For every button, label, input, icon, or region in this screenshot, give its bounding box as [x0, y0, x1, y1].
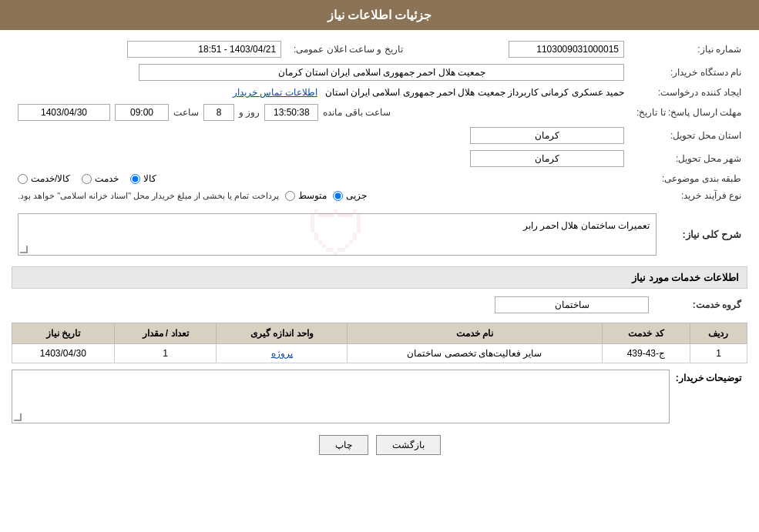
need-desc-table: شرح کلی نیاز: 🛡 تعمیرات ساختمان هلال احم…	[12, 210, 747, 259]
category-khadamat-label: خدمت	[95, 173, 119, 184]
need-desc-label: شرح کلی نیاز:	[663, 210, 747, 259]
date-input: 1403/04/21 - 18:51	[127, 41, 281, 58]
category-khadamat-item: خدمت	[82, 173, 119, 184]
category-kala-item: کالا	[130, 173, 156, 184]
process-row: پرداخت تمام یا بخشی از مبلغ خریدار محل "…	[18, 190, 624, 201]
category-kala-khadamat-item: کالا/خدمت	[18, 173, 70, 184]
cell-row_num: 1	[690, 344, 747, 363]
creator-contact-link[interactable]: اطلاعات تماس خریدار	[233, 87, 317, 98]
deadline-value: ساعت باقی مانده 13:50:38 روز و 8 ساعت 09…	[12, 101, 630, 124]
info-row-3: ایجاد کننده درخواست: حمید عسکری کرمانی ک…	[12, 84, 747, 101]
cell-date: 1403/04/30	[12, 344, 115, 363]
info-table: شماره نیاز: 1103009031000015 تاریخ و ساع…	[12, 38, 747, 204]
remaining-label: ساعت باقی مانده	[323, 107, 391, 118]
table-row: 1ج-43-439سایر فعالیت‌های تخصصی ساختمانپر…	[12, 344, 747, 363]
buyer-desc-label: توضیحات خریدار:	[670, 370, 747, 386]
buyer-desc-container: توضیحات خریدار:	[12, 370, 747, 423]
col-unit: واحد اندازه گیری	[217, 323, 348, 344]
info-row-2: نام دستگاه خریدار: جمعیت هلال احمر جمهور…	[12, 61, 747, 84]
category-kala-radio[interactable]	[130, 174, 140, 184]
cell-unit[interactable]: پروژه	[217, 344, 348, 363]
services-section-title: اطلاعات خدمات مورد نیاز	[12, 266, 747, 289]
province-value: کرمان	[12, 124, 630, 147]
need-number-value: 1103009031000015	[418, 38, 630, 61]
page-header: جزئیات اطلاعات نیاز	[0, 0, 759, 30]
info-row-6: شهر محل تحویل: کرمان	[12, 147, 747, 170]
resize-handle[interactable]	[20, 246, 28, 253]
services-table-header-row: ردیف کد خدمت نام خدمت واحد اندازه گیری ت…	[12, 323, 747, 344]
info-row-1: شماره نیاز: 1103009031000015 تاریخ و ساع…	[12, 38, 747, 61]
date-deadline-input: 1403/04/30	[18, 104, 110, 121]
creator-name: حمید عسکری کرمانی کاربرداز جمعیت هلال اح…	[325, 87, 624, 98]
category-khadamat-radio[interactable]	[82, 174, 92, 184]
process-motavaset-radio[interactable]	[285, 191, 295, 201]
services-table-body: 1ج-43-439سایر فعالیت‌های تخصصی ساختمانپر…	[12, 344, 747, 363]
cell-service_code: ج-43-439	[602, 344, 690, 363]
category-kala-khadamat-radio[interactable]	[18, 174, 28, 184]
need-desc-box: 🛡 تعمیرات ساختمان هلال احمر رابر	[18, 213, 657, 256]
info-row-8: نوع فرآیند خرید: پرداخت تمام یا بخشی از …	[12, 187, 747, 204]
category-value: کالا/خدمت خدمت کالا	[12, 170, 630, 187]
process-jazii-item: جزیی	[333, 190, 367, 201]
creator-label: ایجاد کننده درخواست:	[630, 84, 747, 101]
need-desc-text: تعمیرات ساختمان هلال احمر رابر	[523, 220, 650, 231]
remaining-time-input: 13:50:38	[264, 104, 318, 121]
info-row-5: استان محل تحویل: کرمان	[12, 124, 747, 147]
service-group-label: گروه خدمت:	[655, 293, 747, 316]
process-motavaset-label: متوسط	[298, 190, 327, 201]
cell-quantity: 1	[114, 344, 217, 363]
buyer-name-input: جمعیت هلال احمر جمهوری اسلامی ایران استا…	[139, 64, 624, 81]
category-kala-label: کالا	[143, 173, 156, 184]
service-group-table: گروه خدمت: ساختمان	[12, 293, 747, 316]
col-row-num: ردیف	[690, 323, 747, 344]
process-value: پرداخت تمام یا بخشی از مبلغ خریدار محل "…	[12, 187, 630, 204]
back-button[interactable]: بازگشت	[376, 435, 441, 455]
time-input: 09:00	[115, 104, 169, 121]
page-title: جزئیات اطلاعات نیاز	[327, 8, 432, 22]
process-jazii-label: جزیی	[346, 190, 367, 201]
buyer-desc-resize-handle[interactable]	[14, 413, 22, 421]
buyer-desc-content	[12, 370, 670, 423]
col-quantity: تعداد / مقدار	[114, 323, 217, 344]
cell-service_name: سایر فعالیت‌های تخصصی ساختمان	[348, 344, 603, 363]
buyer-name-value: جمعیت هلال احمر جمهوری اسلامی ایران استا…	[12, 61, 630, 84]
buyer-desc-box	[12, 370, 670, 423]
city-label: شهر محل تحویل:	[630, 147, 747, 170]
category-label: طبقه بندی موضوعی:	[630, 170, 747, 187]
category-kala-khadamat-label: کالا/خدمت	[31, 173, 70, 184]
page-wrapper: جزئیات اطلاعات نیاز شماره نیاز: 11030090…	[0, 0, 759, 532]
info-row-7: طبقه بندی موضوعی: کالا/خدمت خدمت کالا	[12, 170, 747, 187]
need-desc-row: شرح کلی نیاز: 🛡 تعمیرات ساختمان هلال احم…	[12, 210, 747, 259]
process-jazii-radio[interactable]	[333, 191, 343, 201]
service-group-row: گروه خدمت: ساختمان	[12, 293, 747, 316]
info-row-4: مهلت ارسال پاسخ: تا تاریخ: ساعت باقی مان…	[12, 101, 747, 124]
days-input: 8	[203, 104, 234, 121]
process-motavaset-item: متوسط	[285, 190, 327, 201]
services-table: ردیف کد خدمت نام خدمت واحد اندازه گیری ت…	[12, 323, 747, 363]
process-desc: پرداخت تمام یا بخشی از مبلغ خریدار محل "…	[18, 191, 279, 201]
shield-watermark: 🛡	[307, 199, 368, 270]
col-service-name: نام خدمت	[348, 323, 603, 344]
col-service-code: کد خدمت	[602, 323, 690, 344]
city-value: کرمان	[12, 147, 630, 170]
bottom-buttons: بازگشت چاپ	[12, 435, 747, 455]
deadline-label: مهلت ارسال پاسخ: تا تاریخ:	[630, 101, 747, 124]
services-table-head: ردیف کد خدمت نام خدمت واحد اندازه گیری ت…	[12, 323, 747, 344]
need-number-label: شماره نیاز:	[630, 38, 747, 61]
city-input: کرمان	[470, 150, 624, 167]
days-label: روز و	[239, 107, 260, 118]
print-button[interactable]: چاپ	[319, 435, 368, 455]
col-date: تاریخ نیاز	[12, 323, 115, 344]
date-value: 1403/04/21 - 18:51	[12, 38, 287, 61]
service-group-value-cell: ساختمان	[12, 293, 655, 316]
province-input: کرمان	[470, 127, 624, 144]
need-number-input: 1103009031000015	[509, 41, 624, 58]
buyer-name-label: نام دستگاه خریدار:	[630, 61, 747, 84]
creator-value: حمید عسکری کرمانی کاربرداز جمعیت هلال اح…	[12, 84, 630, 101]
province-label: استان محل تحویل:	[630, 124, 747, 147]
time-label: ساعت	[173, 107, 199, 118]
date-label: تاریخ و ساعت اعلان عمومی:	[287, 38, 418, 61]
service-group-input: ساختمان	[495, 296, 649, 313]
main-content: شماره نیاز: 1103009031000015 تاریخ و ساع…	[0, 30, 759, 463]
category-radio-group: کالا/خدمت خدمت کالا	[18, 173, 624, 184]
